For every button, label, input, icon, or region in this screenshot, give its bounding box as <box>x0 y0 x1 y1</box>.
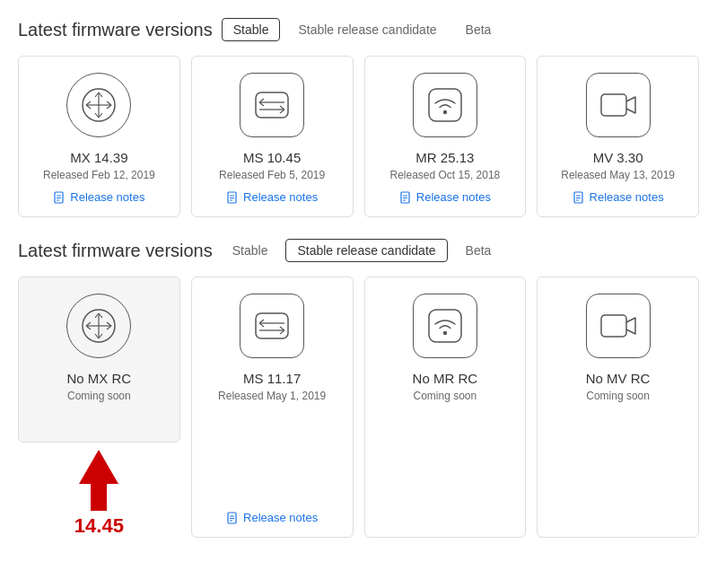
card-0-3: MV 3.30Released May 13, 2019 Release not… <box>537 56 699 217</box>
tab-group-1: StableStable release candidateBeta <box>222 239 503 262</box>
arrow-annotation-1-0: 14.45 <box>74 450 124 538</box>
card-date-0-0: Released Feb 12, 2019 <box>43 169 155 181</box>
card-1-0: No MX RCComing soon <box>18 276 180 443</box>
card-date-1-3: Coming soon <box>586 390 650 402</box>
section-0: Latest firmware versionsStableStable rel… <box>18 18 699 217</box>
svg-rect-7 <box>256 92 288 118</box>
device-icon-camera <box>586 73 651 137</box>
device-icon-circle_arrows <box>66 73 131 137</box>
card-name-0-1: MS 10.45 <box>243 150 301 165</box>
device-icon-wifi <box>413 294 477 358</box>
card-name-1-1: MS 11.17 <box>243 371 301 386</box>
tab-group-0: StableStable release candidateBeta <box>222 18 503 41</box>
card-0-1: MS 10.45Released Feb 5, 2019 Release not… <box>191 56 354 217</box>
tab-1-2[interactable]: Beta <box>455 240 503 261</box>
card-1-1: MS 11.17Released May 1, 2019 Release not… <box>191 276 354 538</box>
release-link-label: Release notes <box>243 190 318 204</box>
section-header-1: Latest firmware versionsStableStable rel… <box>18 239 699 262</box>
section-1: Latest firmware versionsStableStable rel… <box>18 239 699 538</box>
release-link-label: Release notes <box>416 190 491 204</box>
svg-rect-37 <box>601 315 626 337</box>
card-name-0-2: MR 25.13 <box>415 150 474 165</box>
release-notes-link-1-1[interactable]: Release notes <box>226 511 318 524</box>
tab-0-2[interactable]: Beta <box>455 19 503 40</box>
svg-point-36 <box>443 331 447 335</box>
tab-1-1[interactable]: Stable release candidate <box>285 239 447 262</box>
release-notes-link-0-0[interactable]: Release notes <box>53 190 144 204</box>
card-date-0-2: Released Oct 15, 2018 <box>390 169 501 181</box>
card-date-0-3: Released May 13, 2019 <box>561 169 675 181</box>
section-title-0: Latest firmware versions <box>18 20 213 40</box>
card-date-1-1: Released May 1, 2019 <box>218 390 326 402</box>
cards-row-1: No MX RCComing soon14.45 MS 11.17Release… <box>18 276 699 538</box>
release-link-label: Release notes <box>243 511 318 524</box>
card-name-0-3: MV 3.30 <box>593 150 643 165</box>
section-header-0: Latest firmware versionsStableStable rel… <box>18 18 699 41</box>
device-icon-wifi <box>413 73 477 137</box>
card-1-3: No MV RCComing soon <box>537 276 699 538</box>
card-date-1-2: Coming soon <box>414 390 477 402</box>
svg-rect-28 <box>256 313 288 338</box>
card-name-1-2: No MR RC <box>413 371 478 386</box>
tab-0-1[interactable]: Stable release candidate <box>287 19 447 40</box>
annotation-label: 14.45 <box>74 514 124 538</box>
release-link-label: Release notes <box>590 190 664 204</box>
svg-point-15 <box>443 110 447 114</box>
device-icon-camera <box>586 294 651 358</box>
device-icon-circle_arrows <box>66 294 131 358</box>
card-0-0: MX 14.39Released Feb 12, 2019 Release no… <box>18 56 180 217</box>
cards-row-0: MX 14.39Released Feb 12, 2019 Release no… <box>18 56 699 217</box>
arrow-head <box>79 450 118 484</box>
card-name-0-0: MX 14.39 <box>70 150 127 165</box>
section-title-1: Latest firmware versions <box>18 241 213 261</box>
svg-rect-20 <box>601 94 626 116</box>
card-1-2: No MR RCComing soon <box>364 276 527 538</box>
release-notes-link-0-1[interactable]: Release notes <box>226 190 318 204</box>
release-notes-link-0-3[interactable]: Release notes <box>573 190 664 204</box>
card-name-1-0: No MX RC <box>67 371 132 386</box>
arrow-shaft <box>91 484 107 511</box>
card-0-2: MR 25.13Released Oct 15, 2018 Release no… <box>364 56 527 217</box>
device-icon-arrows_lr <box>240 294 304 358</box>
release-link-label: Release notes <box>70 190 144 204</box>
tab-1-0[interactable]: Stable <box>222 240 279 261</box>
card-name-1-3: No MV RC <box>586 371 651 386</box>
card-date-1-0: Coming soon <box>67 390 131 402</box>
release-notes-link-0-2[interactable]: Release notes <box>399 190 491 204</box>
tab-0-0[interactable]: Stable <box>222 18 281 41</box>
device-icon-arrows_lr <box>240 73 304 137</box>
card-date-0-1: Released Feb 5, 2019 <box>219 169 325 181</box>
